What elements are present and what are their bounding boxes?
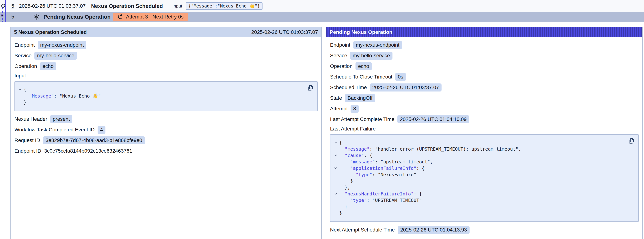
- event-row-pending-nexus-operation[interactable]: 5 Pending Nexus Operation Attempt 3 · Ne…: [0, 12, 644, 22]
- field-value-chip: 2025-02-26 UTC 01:04:13.93: [398, 226, 469, 234]
- field-value-chip: 0s: [395, 73, 406, 81]
- code-text: }: [24, 99, 26, 106]
- code-line: "message": "handler error (UPSTREAM_TIME…: [332, 146, 626, 152]
- code-line: }: [17, 99, 304, 106]
- code-gutter: [332, 210, 339, 216]
- left-panel-timestamp: 2025-02-26 UTC 01:03:37.07: [251, 29, 318, 35]
- chevron-down-icon[interactable]: [332, 140, 339, 146]
- right-panel-title: Pending Nexus Operation: [330, 29, 392, 35]
- field-label: Next Attempt Schedule Time: [330, 227, 395, 233]
- code-line: }: [332, 178, 626, 184]
- copy-icon[interactable]: [307, 84, 314, 91]
- code-gutter: [17, 99, 24, 106]
- code-gutter: [332, 204, 339, 210]
- code-line: {: [332, 140, 626, 146]
- field-label: Endpoint: [330, 42, 350, 48]
- event-input-label: Input: [172, 4, 182, 8]
- field-schedule-to-close-timeout: Schedule To Close Timeout 0s: [330, 73, 639, 81]
- field-value-chip: present: [50, 115, 72, 123]
- field-value-chip: 3: [350, 105, 358, 113]
- field-label: Schedule To Close Timeout: [330, 74, 392, 80]
- chevron-down-icon[interactable]: [332, 165, 339, 172]
- event-detail-panels: 5 Nexus Operation Scheduled 2025-02-26 U…: [10, 27, 643, 239]
- code-text: "Message": "Nexus Echo 👋": [24, 93, 101, 99]
- field-operation: Operation echo: [330, 62, 639, 70]
- pending-asterisk-icon: [33, 14, 40, 20]
- last-attempt-failure-code-block: { "message": "handler error (UPSTREAM_TI…: [330, 134, 639, 222]
- code-line: },: [332, 184, 626, 191]
- field-service: Service my-hello-service: [330, 52, 639, 60]
- event-row-nexus-operation-scheduled[interactable]: 5 2025-02-26 UTC 01:03:37.07 Nexus Opera…: [0, 0, 644, 12]
- code-text: }: [339, 210, 342, 216]
- field-value-chip: my-nexus-endpoint: [353, 41, 402, 49]
- code-text: {: [339, 140, 342, 146]
- right-panel-header: Pending Nexus Operation: [326, 27, 642, 37]
- field-scheduled-time: Scheduled Time 2025-02-26 UTC 01:03:37.0…: [330, 84, 639, 92]
- endpoint-id-link[interactable]: 3c0c75ccfa8144b092c13ce632463761: [44, 147, 132, 155]
- event-timestamp: 2025-02-26 UTC 01:03:37.07: [19, 3, 86, 9]
- field-workflow-task-completed-event-id: Workflow Task Completed Event ID 4: [14, 126, 318, 134]
- field-label: Nexus Header: [14, 116, 47, 122]
- field-label: Operation: [330, 63, 352, 69]
- code-lines: { "message": "handler error (UPSTREAM_TI…: [332, 140, 626, 216]
- code-line: "nexusHandlerFailureInfo": {: [332, 191, 626, 197]
- pending-event-title: Pending Nexus Operation: [44, 14, 111, 20]
- code-line: {: [17, 86, 304, 93]
- field-endpoint-id: Endpoint ID 3c0c75ccfa8144b092c13ce63246…: [14, 147, 318, 155]
- code-text: }: [339, 204, 348, 210]
- retry-status-badge: Attempt 3 · Next Retry 0s: [113, 13, 188, 21]
- event-id-link[interactable]: 5: [11, 14, 14, 20]
- timeline-filled-dot-icon: [1, 14, 4, 17]
- code-gutter: [332, 184, 339, 191]
- last-attempt-failure-label: Last Attempt Failure: [330, 126, 639, 132]
- field-value-chip: 2025-02-26 UTC 01:04:10.09: [398, 115, 469, 123]
- field-value-chip: my-nexus-endpoint: [38, 41, 86, 49]
- field-label: Workflow Task Completed Event ID: [14, 127, 95, 133]
- right-panel-body: Endpoint my-nexus-endpoint Service my-he…: [326, 37, 642, 239]
- code-gutter: [332, 159, 339, 165]
- code-gutter: [332, 146, 339, 152]
- chevron-down-icon[interactable]: [332, 152, 339, 159]
- field-label: Service: [330, 53, 347, 58]
- event-id-link[interactable]: 5: [11, 3, 14, 9]
- code-line: "type": "UPSTREAM_TIMEOUT": [332, 197, 626, 204]
- code-line: "Message": "Nexus Echo 👋": [17, 93, 304, 99]
- field-request-id: Request ID 3e829b7e-7d67-4b08-aad3-b1e86…: [14, 136, 318, 144]
- code-text: "type": "UPSTREAM_TIMEOUT": [339, 197, 422, 204]
- code-text: }: [339, 178, 353, 184]
- code-gutter: [332, 197, 339, 204]
- code-lines: { "Message": "Nexus Echo 👋"}: [17, 86, 304, 106]
- field-next-attempt-schedule-time: Next Attempt Schedule Time 2025-02-26 UT…: [330, 226, 639, 234]
- field-label: Operation: [14, 63, 37, 69]
- field-label: Request ID: [14, 138, 40, 143]
- field-endpoint: Endpoint my-nexus-endpoint: [14, 41, 318, 49]
- chevron-down-icon[interactable]: [17, 86, 24, 93]
- code-line: }: [332, 204, 626, 210]
- field-attempt: Attempt 3: [330, 105, 639, 113]
- field-label: Endpoint: [14, 42, 35, 48]
- field-state: State BackingOff: [330, 94, 639, 102]
- event-timeline-rail: [0, 0, 10, 22]
- code-line: "message": "upstream timeout",: [332, 159, 626, 165]
- code-text: "cause": {: [339, 152, 372, 159]
- code-line: }: [332, 210, 626, 216]
- left-panel-title: 5 Nexus Operation Scheduled: [14, 29, 87, 35]
- panel-pending-nexus-operation: Pending Nexus Operation Endpoint my-nexu…: [326, 27, 643, 239]
- code-line: "type": "NexusFailure": [332, 172, 626, 178]
- input-code-block: { "Message": "Nexus Echo 👋"}: [14, 81, 318, 111]
- field-label: Last Attempt Complete Time: [330, 116, 394, 122]
- event-title: Nexus Operation Scheduled: [91, 3, 163, 9]
- code-text: "message": "upstream timeout",: [339, 159, 433, 165]
- chevron-down-icon[interactable]: [332, 191, 339, 197]
- code-text: "nexusHandlerFailureInfo": {: [339, 191, 422, 197]
- field-label: Attempt: [330, 106, 348, 112]
- code-gutter: [332, 178, 339, 184]
- code-gutter: [332, 172, 339, 178]
- copy-icon[interactable]: [628, 138, 635, 144]
- timeline-open-dot-icon: [1, 4, 5, 8]
- retry-refresh-icon: [117, 14, 124, 20]
- field-last-attempt-complete-time: Last Attempt Complete Time 2025-02-26 UT…: [330, 115, 639, 123]
- field-value-chip: 2025-02-26 UTC 01:03:37.07: [370, 84, 442, 92]
- code-line: "cause": {: [332, 152, 626, 159]
- left-panel-header: 5 Nexus Operation Scheduled 2025-02-26 U…: [11, 27, 321, 37]
